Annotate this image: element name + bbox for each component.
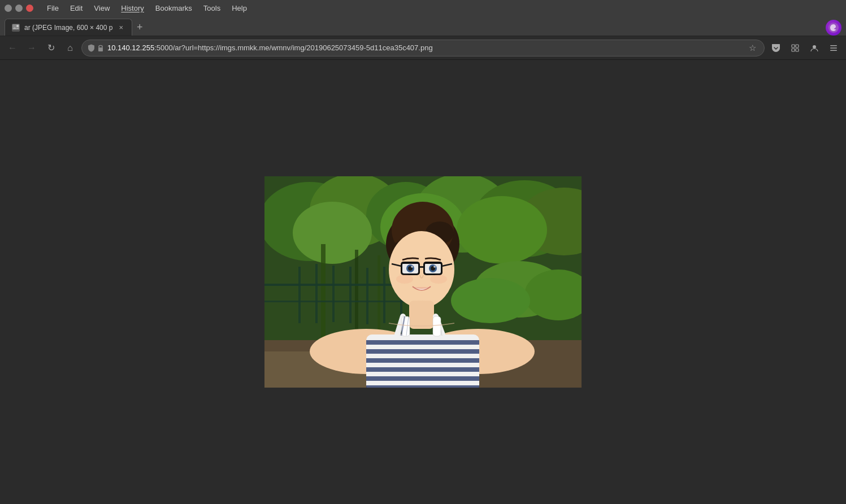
- new-tab-button[interactable]: +: [132, 19, 147, 36]
- displayed-image: [264, 176, 582, 388]
- svg-point-21: [293, 202, 372, 264]
- lock-icon: [97, 44, 104, 51]
- svg-point-53: [411, 266, 413, 268]
- menu-history[interactable]: History: [116, 2, 148, 14]
- tab-favicon: [12, 24, 20, 32]
- menu-file[interactable]: File: [42, 2, 63, 14]
- svg-rect-69: [366, 349, 479, 354]
- svg-rect-32: [349, 267, 352, 323]
- svg-point-10: [813, 45, 816, 49]
- svg-rect-25: [355, 250, 358, 340]
- bookmark-star-button[interactable]: ☆: [747, 42, 758, 54]
- pocket-button[interactable]: [768, 40, 784, 56]
- svg-rect-26: [378, 255, 380, 340]
- svg-rect-5: [98, 47, 103, 51]
- svg-rect-29: [298, 267, 301, 323]
- navbar: ← → ↻ ⌂ 10.140.12.255:5000/ar?url=https:…: [0, 36, 846, 60]
- maximize-button[interactable]: [15, 5, 23, 12]
- menu-edit[interactable]: Edit: [66, 2, 87, 14]
- svg-rect-8: [792, 49, 795, 51]
- menubar: File Edit View History Bookmarks Tools H…: [0, 0, 846, 16]
- svg-rect-61: [424, 262, 442, 264]
- collections-button[interactable]: [787, 40, 803, 56]
- navbar-right-buttons: [768, 40, 841, 56]
- svg-rect-73: [366, 385, 479, 388]
- svg-rect-72: [366, 376, 479, 381]
- tab-close-button[interactable]: ×: [117, 23, 125, 32]
- home-button[interactable]: ⌂: [62, 40, 78, 56]
- main-content: [0, 60, 846, 504]
- svg-rect-7: [796, 45, 799, 47]
- svg-rect-64: [409, 301, 434, 329]
- svg-point-62: [396, 275, 413, 284]
- address-text: 10.140.12.255:5000/ar?url=https://imgs.m…: [107, 44, 743, 52]
- active-tab[interactable]: ar (JPEG Image, 600 × 400 p ×: [5, 19, 132, 36]
- svg-rect-78: [433, 316, 441, 336]
- minimize-button[interactable]: [5, 5, 12, 12]
- svg-rect-31: [332, 266, 335, 322]
- menu-help[interactable]: Help: [227, 2, 251, 14]
- tabbar: ar (JPEG Image, 600 × 400 p × +: [0, 16, 846, 36]
- svg-rect-33: [366, 268, 368, 324]
- svg-rect-12: [830, 47, 837, 49]
- svg-rect-70: [366, 358, 479, 363]
- address-path: :5000/ar?url=https://imgs.mmkk.me/wmnv/i…: [154, 44, 433, 52]
- account-button[interactable]: [806, 40, 822, 56]
- svg-rect-6: [792, 45, 795, 47]
- image-display: [264, 176, 582, 388]
- address-bar[interactable]: 10.140.12.255:5000/ar?url=https://imgs.m…: [81, 40, 765, 57]
- svg-point-3: [16, 25, 19, 27]
- svg-point-63: [430, 275, 447, 284]
- forward-button[interactable]: →: [24, 40, 40, 56]
- svg-rect-9: [796, 49, 799, 51]
- svg-rect-34: [383, 267, 385, 323]
- window-controls: [5, 5, 33, 12]
- address-host: 10.140.12.255: [107, 44, 154, 52]
- svg-rect-24: [321, 244, 326, 346]
- svg-rect-11: [830, 45, 837, 46]
- close-button[interactable]: [26, 5, 33, 12]
- svg-rect-71: [366, 367, 479, 372]
- menu-tools[interactable]: Tools: [199, 2, 225, 14]
- menu-view[interactable]: View: [89, 2, 114, 14]
- svg-point-41: [451, 278, 530, 323]
- firefox-account-icon[interactable]: [826, 20, 841, 36]
- svg-rect-28: [264, 301, 423, 302]
- svg-rect-68: [366, 340, 479, 345]
- tab-title: ar (JPEG Image, 600 × 400 p: [24, 24, 112, 32]
- back-button[interactable]: ←: [5, 40, 20, 56]
- svg-rect-60: [401, 262, 419, 264]
- tabbar-right: [826, 20, 846, 36]
- menubar-items: File Edit View History Bookmarks Tools H…: [42, 2, 251, 14]
- reload-button[interactable]: ↻: [43, 40, 59, 56]
- svg-point-58: [433, 266, 436, 268]
- svg-rect-59: [419, 266, 424, 268]
- svg-rect-13: [830, 50, 837, 51]
- svg-point-23: [457, 196, 547, 264]
- security-shield-icon: [88, 44, 95, 52]
- menu-button[interactable]: [826, 40, 841, 56]
- svg-rect-30: [315, 264, 318, 323]
- menu-bookmarks[interactable]: Bookmarks: [151, 2, 197, 14]
